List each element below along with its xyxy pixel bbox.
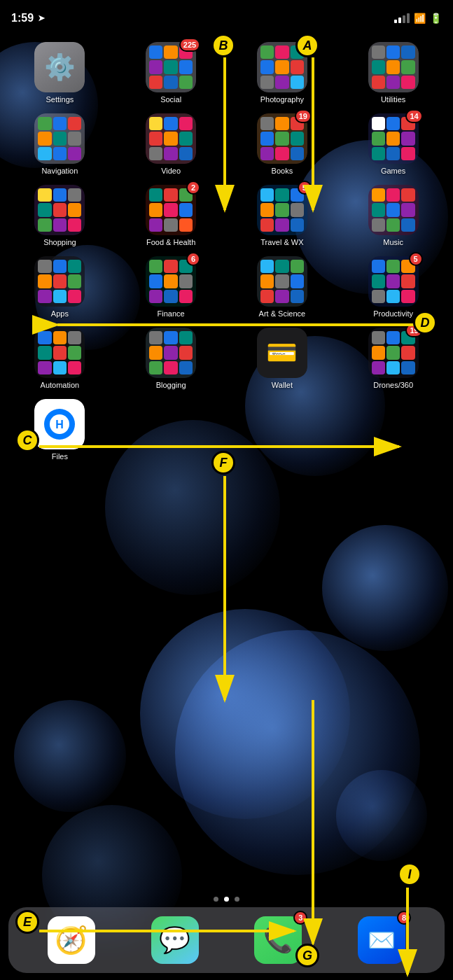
games-badge: 14 bbox=[405, 109, 422, 123]
automation-folder-icon bbox=[34, 328, 85, 378]
app-blogging[interactable]: Blogging bbox=[118, 328, 224, 389]
food-badge: 2 bbox=[186, 181, 200, 195]
app-social[interactable]: 225 Social bbox=[118, 42, 224, 104]
page-dot-1 bbox=[214, 897, 218, 902]
annotation-D: D bbox=[413, 311, 437, 335]
travel-label: Travel & WX bbox=[260, 238, 303, 246]
page-dot-2 bbox=[224, 897, 229, 902]
settings-label: Settings bbox=[46, 95, 74, 104]
annotation-B: B bbox=[211, 34, 235, 57]
annotation-A: A bbox=[295, 34, 319, 57]
annotation-E: E bbox=[15, 910, 39, 934]
phone-badge: 3 bbox=[293, 911, 307, 925]
app-art-science[interactable]: Art & Science bbox=[230, 256, 335, 318]
battery-icon: 🔋 bbox=[430, 13, 442, 24]
svg-text:H: H bbox=[56, 419, 64, 430]
art-folder-icon bbox=[257, 256, 307, 307]
social-folder-icon: 225 bbox=[146, 42, 196, 92]
messages-dock-icon: 💬 bbox=[151, 916, 199, 964]
utilities-folder-icon bbox=[368, 42, 419, 92]
settings-icon: ⚙️ bbox=[34, 42, 85, 92]
app-food-health[interactable]: 2 Food & Health bbox=[118, 185, 224, 246]
games-folder-icon: 14 bbox=[368, 113, 419, 164]
annotation-G: G bbox=[295, 944, 319, 967]
app-video[interactable]: Video bbox=[118, 113, 224, 175]
app-wallet[interactable]: 💳 Wallet bbox=[230, 328, 335, 389]
blogging-folder-icon bbox=[146, 328, 196, 378]
status-time: 1:59 bbox=[11, 12, 34, 24]
books-badge: 19 bbox=[295, 109, 312, 123]
games-label: Games bbox=[381, 167, 405, 175]
status-right: 📶 🔋 bbox=[394, 13, 442, 24]
automation-label: Automation bbox=[41, 381, 80, 389]
video-label: Video bbox=[161, 167, 181, 175]
home-screen: ⚙️ Settings 225 Social bbox=[0, 35, 453, 917]
app-apple-apps[interactable]: Apps bbox=[7, 256, 113, 318]
wallet-icon: 💳 bbox=[257, 328, 307, 378]
productivity-folder-icon: 5 bbox=[368, 256, 419, 307]
music-label: Music bbox=[383, 238, 403, 246]
finance-folder-icon: 6 bbox=[146, 256, 196, 307]
dock-safari[interactable]: 🧭 bbox=[48, 916, 95, 964]
navigation-folder-icon bbox=[34, 113, 85, 164]
drones-label: Drones/360 bbox=[373, 381, 413, 389]
productivity-label: Productivity bbox=[373, 309, 413, 318]
page-dot-3 bbox=[235, 897, 239, 902]
social-label: Social bbox=[160, 95, 181, 104]
utilities-label: Utilities bbox=[381, 95, 405, 104]
shopping-label: Shopping bbox=[43, 238, 76, 246]
wifi-icon: 📶 bbox=[414, 13, 426, 24]
finance-badge: 6 bbox=[186, 252, 200, 266]
social-badge: 225 bbox=[179, 38, 200, 52]
app-games[interactable]: 14 Games bbox=[340, 113, 446, 175]
safari-dock-icon: 🧭 bbox=[48, 916, 95, 964]
app-automation[interactable]: Automation bbox=[7, 328, 113, 389]
page-dots bbox=[0, 897, 453, 902]
navigation-label: Navigation bbox=[41, 167, 78, 175]
video-folder-icon bbox=[146, 113, 196, 164]
signal-icon bbox=[394, 13, 410, 23]
app-books[interactable]: 19 Books bbox=[230, 113, 335, 175]
music-folder-icon bbox=[368, 185, 419, 235]
apple-apps-folder-icon bbox=[34, 256, 85, 307]
location-arrow-icon: ➤ bbox=[38, 13, 45, 23]
app-photography[interactable]: Photography bbox=[230, 42, 335, 104]
drones-folder-icon: 19 bbox=[368, 328, 419, 378]
app-productivity[interactable]: 5 Productivity bbox=[340, 256, 446, 318]
dock-mail[interactable]: ✉️ 8 bbox=[358, 916, 405, 964]
app-shopping[interactable]: Shopping bbox=[7, 185, 113, 246]
mail-badge: 8 bbox=[397, 911, 411, 925]
apple-apps-label: Apps bbox=[51, 309, 69, 318]
mail-dock-icon: ✉️ 8 bbox=[358, 916, 405, 964]
blogging-label: Blogging bbox=[156, 381, 186, 389]
wallet-label: Wallet bbox=[272, 381, 293, 389]
food-label: Food & Health bbox=[146, 238, 195, 246]
app-finance[interactable]: 6 Finance bbox=[118, 256, 224, 318]
dock: 🧭 💬 📞 3 ✉️ 8 bbox=[8, 907, 445, 973]
files-label: Files bbox=[52, 452, 68, 461]
annotation-C: C bbox=[15, 428, 39, 452]
productivity-badge: 5 bbox=[409, 252, 423, 266]
status-bar: 1:59 ➤ 📶 🔋 bbox=[0, 0, 453, 31]
app-utilities[interactable]: Utilities bbox=[340, 42, 446, 104]
shopping-folder-icon bbox=[34, 185, 85, 235]
app-settings[interactable]: ⚙️ Settings bbox=[7, 42, 113, 104]
books-folder-icon: 19 bbox=[257, 113, 307, 164]
dock-messages[interactable]: 💬 bbox=[151, 916, 199, 964]
travel-badge: 5 bbox=[298, 181, 312, 195]
finance-label: Finance bbox=[158, 309, 185, 318]
books-label: Books bbox=[272, 167, 293, 175]
app-music[interactable]: Music bbox=[340, 185, 446, 246]
food-folder-icon: 2 bbox=[146, 185, 196, 235]
annotation-I: I bbox=[398, 862, 421, 886]
files-icon: H bbox=[34, 399, 85, 449]
photography-label: Photography bbox=[260, 95, 304, 104]
art-label: Art & Science bbox=[259, 309, 306, 318]
app-travel[interactable]: 5 Travel & WX bbox=[230, 185, 335, 246]
annotation-F: F bbox=[211, 451, 235, 475]
travel-folder-icon: 5 bbox=[257, 185, 307, 235]
app-drones[interactable]: 19 Drones/360 bbox=[340, 328, 446, 389]
app-navigation[interactable]: Navigation bbox=[7, 113, 113, 175]
